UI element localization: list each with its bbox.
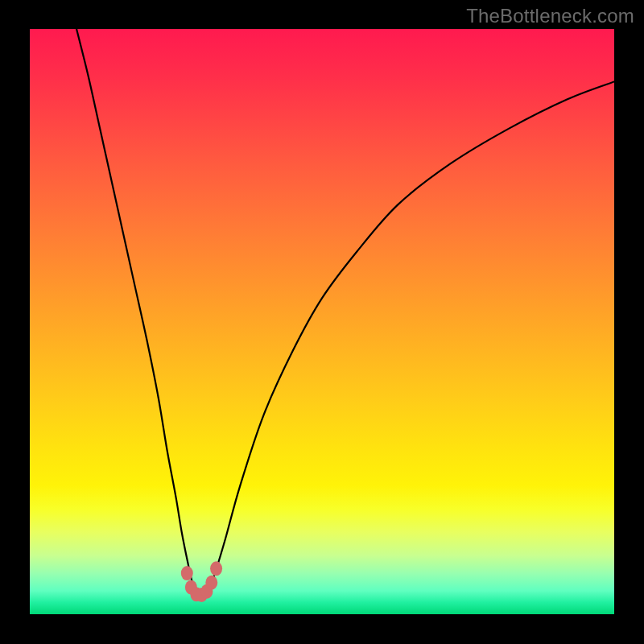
plot-area [30,29,614,614]
curve-marker [200,584,213,599]
curve-marker [190,587,202,601]
curve-marker [205,576,217,590]
curve-marker [196,588,208,602]
curve-marker [210,561,222,576]
bottleneck-curve [30,29,614,614]
chart-frame: TheBottleneck.com [0,0,644,644]
curve-marker [185,580,197,595]
watermark-text: TheBottleneck.com [466,5,634,27]
curve-marker [181,566,193,580]
